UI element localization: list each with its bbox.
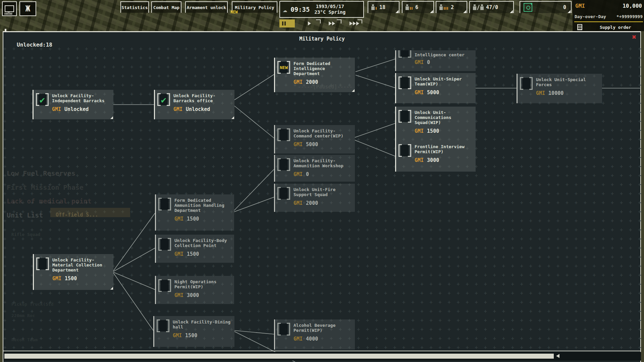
node-edge-bar (274, 125, 275, 154)
node-edge-bar (33, 90, 34, 119)
node-cost: GMI1500 (52, 276, 113, 282)
checked-checkbox-icon: ✔ (157, 93, 170, 106)
empty-checkbox-icon (398, 110, 411, 123)
node-title: Unlock Facility-Ammunition Workshop (293, 155, 355, 168)
node-cost: GMIUnlocked (52, 106, 113, 112)
node-cost: GMI5000 (293, 141, 355, 147)
empty-checkbox-icon (277, 323, 290, 336)
policy-node-intelligence-center[interactable]: Intelligence centerGMI0 (395, 50, 476, 71)
node-cost: GMI3000 (415, 157, 476, 163)
node-corner-mark (352, 89, 355, 92)
empty-checkbox-icon (36, 257, 49, 270)
node-cost: GMI2000 (293, 200, 355, 206)
node-corner-mark (110, 287, 113, 290)
node-title: Form DedicatedAmmunition HandlingDepartm… (174, 194, 234, 213)
node-title: Night OperationsPermit(WIP) (174, 276, 234, 289)
node-corner-mark (110, 116, 113, 119)
empty-checkbox-icon (398, 50, 411, 58)
node-title: Intelligence center (415, 50, 476, 57)
node-title: Frontline InterviewPermit(WIP) (415, 141, 476, 154)
node-cost: GMI2000 (293, 79, 355, 85)
node-edge-bar (153, 316, 154, 347)
empty-checkbox-icon (277, 187, 290, 200)
node-edge-bar (155, 276, 156, 304)
node-title: Unlock Facility-Independent Barracks (52, 90, 113, 103)
policy-node-independent-barracks[interactable]: ✔Unlock Facility-Independent BarracksGMI… (33, 90, 113, 119)
policy-node-night-operations[interactable]: Night OperationsPermit(WIP)GMI3000 (155, 276, 234, 304)
node-edge-bar (395, 141, 396, 172)
node-edge-bar (274, 319, 275, 350)
node-cost: GMI10000 (536, 90, 602, 96)
empty-checkbox-icon (158, 279, 171, 292)
scrollbar-thumb[interactable] (4, 354, 554, 359)
empty-checkbox-icon (277, 128, 290, 141)
empty-checkbox-icon (277, 158, 290, 171)
empty-checkbox-icon (398, 144, 411, 157)
node-edge-bar (274, 155, 275, 182)
node-title: Form DedicatedIntelligenceDepartment (293, 58, 355, 76)
page-title: Military Policy (299, 36, 344, 42)
policy-node-dining-hall[interactable]: Unlock Facility-DininghallGMI1500 (153, 316, 234, 347)
node-cost: GMI1500 (174, 216, 234, 222)
scroll-left-icon[interactable] (556, 354, 559, 358)
node-cost: GMI1500 (415, 128, 476, 134)
node-cost: GMI5000 (415, 89, 476, 96)
node-title: Unlock Facility-BodyCollection Point (174, 235, 234, 248)
node-edge-bar (395, 107, 396, 141)
empty-checkbox-icon (158, 238, 171, 251)
policy-node-alcohol-permit[interactable]: Alcohol BeveragePermit(WIP)GMI4000 (274, 319, 355, 350)
policy-node-ammo-workshop[interactable]: Unlock Facility-Ammunition WorkshopGMI0 (274, 155, 355, 182)
node-title: Unlock Facility-Material CollectionDepar… (52, 254, 113, 273)
policy-node-intelligence-department[interactable]: NEWForm DedicatedIntelligenceDepartmentG… (274, 58, 355, 92)
close-button[interactable]: ✖ (632, 34, 636, 41)
policy-node-fire-support-squad[interactable]: Unlock Unit-FireSupport SquadGMI2000 (274, 184, 355, 212)
policy-node-command-center[interactable]: Unlock Facility-Command center(WIP)GMI50… (274, 125, 355, 154)
new-checkbox-icon: NEW (277, 61, 290, 74)
node-cost: GMI1500 (173, 333, 234, 339)
new-badge: NEW (230, 10, 238, 14)
node-title: Alcohol BeveragePermit(WIP) (293, 319, 355, 333)
node-title: Unlock Facility-Barracks office (173, 90, 234, 103)
policy-node-material-collection[interactable]: Unlock Facility-Material CollectionDepar… (33, 254, 113, 290)
node-cost: GMI4000 (293, 336, 355, 342)
unlocked-count-label: Unlocked:18 (17, 42, 52, 48)
node-edge-bar (33, 254, 34, 290)
scrollbar-top-line (3, 351, 641, 351)
node-edge-bar (155, 194, 156, 231)
node-cost: GMI1500 (174, 251, 234, 257)
policy-node-barracks-office[interactable]: ✔Unlock Facility-Barracks officeGMIUnloc… (154, 90, 234, 119)
node-edge-bar (395, 73, 396, 103)
node-cost: GMI3000 (174, 292, 234, 298)
node-title: Unlock Unit-FireSupport Squad (293, 184, 355, 197)
policy-node-special-forces[interactable]: Unlock Unit-SpecialForcesGMI10000 (517, 74, 602, 103)
empty-checkbox-icon (157, 319, 169, 332)
policy-node-ammo-handling-department[interactable]: Form DedicatedAmmunition HandlingDepartm… (155, 194, 234, 231)
empty-checkbox-icon (398, 76, 411, 89)
policy-node-sniper-team[interactable]: Unlock Unit-SniperTeam(WIP)GMI5000 (395, 73, 476, 103)
empty-checkbox-icon (158, 198, 171, 210)
policy-node-body-collection-point[interactable]: Unlock Facility-BodyCollection PointGMI1… (155, 235, 234, 263)
node-edge-bar (154, 90, 155, 119)
policy-node-communications-squad[interactable]: Unlock Unit-CommunicationsSquad(WIP)GMI1… (395, 107, 476, 141)
checked-checkbox-icon: ✔ (36, 93, 49, 106)
node-title: Unlock Unit-CommunicationsSquad(WIP) (415, 107, 476, 125)
node-title: Unlock Unit-SniperTeam(WIP) (415, 73, 476, 86)
node-title: Unlock Facility-Dininghall (173, 316, 234, 329)
node-edge-bar (155, 235, 156, 263)
node-edge-bar (395, 50, 396, 71)
node-edge-bar (517, 74, 518, 103)
node-title: Unlock Unit-SpecialForces (536, 74, 602, 87)
node-cost: GMIUnlocked (173, 106, 234, 112)
empty-checkbox-icon (520, 77, 533, 90)
node-title: Unlock Facility-Command center(WIP) (293, 125, 355, 138)
policy-node-frontline-interview[interactable]: Frontline InterviewPermit(WIP)GMI3000 (395, 141, 476, 172)
node-edge-bar (274, 184, 275, 212)
node-cost: GMI0 (293, 171, 355, 177)
node-cost: GMI0 (415, 59, 476, 65)
node-edge-bar (274, 58, 275, 92)
node-corner-mark (231, 116, 234, 119)
